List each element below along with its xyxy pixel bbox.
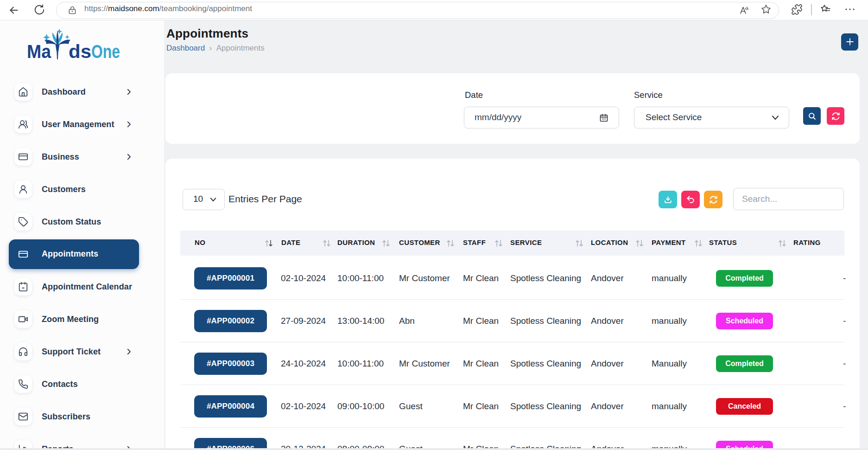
svg-text:ds: ds <box>69 41 91 62</box>
svg-text:One: One <box>91 41 120 62</box>
svg-text:Ma: Ma <box>27 41 51 62</box>
